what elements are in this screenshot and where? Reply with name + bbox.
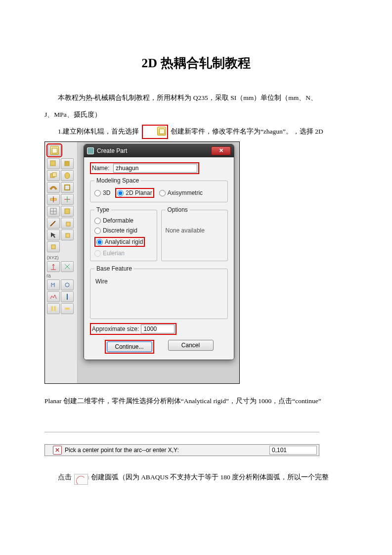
tool-sel2[interactable] [61,230,74,240]
tool-line[interactable] [61,291,74,302]
tool-extrude[interactable] [47,170,60,181]
arc-tool-icon: 1 [74,474,88,485]
tool-m2[interactable] [61,279,74,290]
svg-rect-5 [65,185,70,190]
radio-analytical-rigid[interactable] [96,239,103,245]
radio-discrete-rigid-label: Discrete rigid [103,227,137,234]
svg-rect-1 [65,161,69,166]
tool-cube1[interactable] [47,158,60,169]
part-name-input[interactable] [113,164,197,173]
base-feature-group: Base Feature Wire [90,265,228,319]
base-feature-value: Wire [94,276,223,315]
step1-text-a: 1.建立刚体轧辊，首先选择 [58,128,139,135]
create-part-icon [142,125,168,139]
tool-mesh2[interactable] [61,206,74,217]
svg-point-14 [65,283,69,287]
tool-cube2[interactable] [61,158,74,169]
create-part-tool[interactable] [48,145,61,156]
modeling-space-group: Modeling Space 3D 2D Planar Axisymmetric [90,177,228,202]
abaqus-toolbar: (XYZ) ra [45,142,78,383]
radio-deformable-label: Deformable [103,217,133,224]
prompt-xy-input[interactable] [269,446,317,455]
step1-tail: Planar 创建二维零件，零件属性选择分析刚体“Analytical rigi… [44,393,348,410]
options-group: Options None available [161,206,228,261]
svg-rect-18 [65,308,70,310]
page-title: 2D 热耦合轧制教程 [44,54,348,72]
tool-sel1[interactable] [47,230,60,240]
close-icon[interactable]: ✕ [211,146,231,155]
ra-label: ra [46,273,76,278]
radio-3d-label: 3D [103,189,110,196]
svg-rect-16 [51,306,53,311]
step-arc-text-b: 创建圆弧（因为 ABAQUS 不支持大于等于 180 度分析刚体圆弧，所以一个完… [91,473,329,481]
base-feature-legend: Base Feature [94,265,134,272]
options-none: None available [166,217,224,234]
tool-csys[interactable] [47,241,60,252]
tool-sketch2[interactable] [61,218,74,229]
radio-3d[interactable] [94,190,101,196]
tool-axis2[interactable] [61,261,74,272]
divider [44,432,319,432]
svg-rect-11 [66,222,70,226]
tool-m1[interactable] [47,279,60,290]
approx-size-input[interactable] [141,324,174,333]
create-part-dialog: Create Part ✕ Name: Modeling Space 3D 2D… [84,144,234,360]
cancel-button[interactable]: Cancel [168,340,214,351]
radio-axisymmetric[interactable] [159,190,166,196]
tool-sketch1[interactable] [47,218,60,229]
dialog-title: Create Part [97,147,127,154]
dialog-titlebar[interactable]: Create Part ✕ [84,144,234,157]
tool-axis1[interactable] [47,261,60,272]
tool-sweep[interactable] [47,182,60,193]
intro-line-2: J、MPa、摄氏度） [44,106,348,123]
tool-mesh1[interactable] [47,206,60,217]
intro-line-1: 本教程为热-机械耦合轧制教程，所用材料为 Q235，采取 SI（mm）单位制（m… [44,90,348,106]
tool-shell[interactable] [61,182,74,193]
svg-rect-10 [65,209,70,214]
type-legend: Type [94,206,111,213]
approx-size-label: Approximate size: [92,325,139,332]
prompt-bar: ✕ Pick a center point for the arc--or en… [44,444,319,456]
svg-rect-13 [51,245,55,249]
svg-rect-12 [66,233,70,237]
svg-rect-17 [54,306,56,311]
name-label: Name: [92,165,109,172]
prompt-message: Pick a center point for the arc--or ente… [65,447,269,454]
step-arc-line: 点击 1 创建圆弧（因为 ABAQUS 不支持大于等于 180 度分析刚体圆弧，… [44,469,348,486]
tool-partition[interactable] [47,194,60,205]
tool-b2[interactable] [61,303,74,314]
radio-2d-planar-label: 2D Planar [126,189,152,196]
step1-text-b: 创建新零件，修改零件名字为“zhagun”。，选择 2D [171,128,323,135]
tool-datum[interactable] [61,194,74,205]
radio-eulerian [94,250,101,257]
prompt-cancel-icon[interactable]: ✕ [53,446,62,455]
type-group: Type Deformable Discrete rigid Analytica… [90,206,157,261]
radio-axisymmetric-label: Axisymmetric [168,189,203,196]
step-arc-text-a: 点击 [58,473,72,481]
svg-rect-3 [52,173,56,177]
create-part-figure: (XYZ) ra Create Part ✕ [44,141,240,384]
radio-analytical-rigid-label: Analytical rigid [105,238,143,245]
tool-plot[interactable] [47,291,60,302]
options-legend: Options [166,206,190,213]
modeling-space-legend: Modeling Space [94,177,141,184]
tool-revolve[interactable] [61,170,74,181]
step1-line: 1.建立刚体轧辊，首先选择 创建新零件，修改零件名字为“zhagun”。，选择 … [44,123,348,140]
continue-button[interactable]: Continue... [107,341,152,352]
tool-b1[interactable] [47,303,60,314]
svg-rect-0 [50,161,55,166]
radio-discrete-rigid[interactable] [94,228,101,234]
radio-eulerian-label: Eulerian [103,250,125,257]
dialog-app-icon [87,147,94,154]
radio-2d-planar[interactable] [117,190,124,196]
radio-deformable[interactable] [94,218,101,224]
svg-point-4 [65,173,70,179]
